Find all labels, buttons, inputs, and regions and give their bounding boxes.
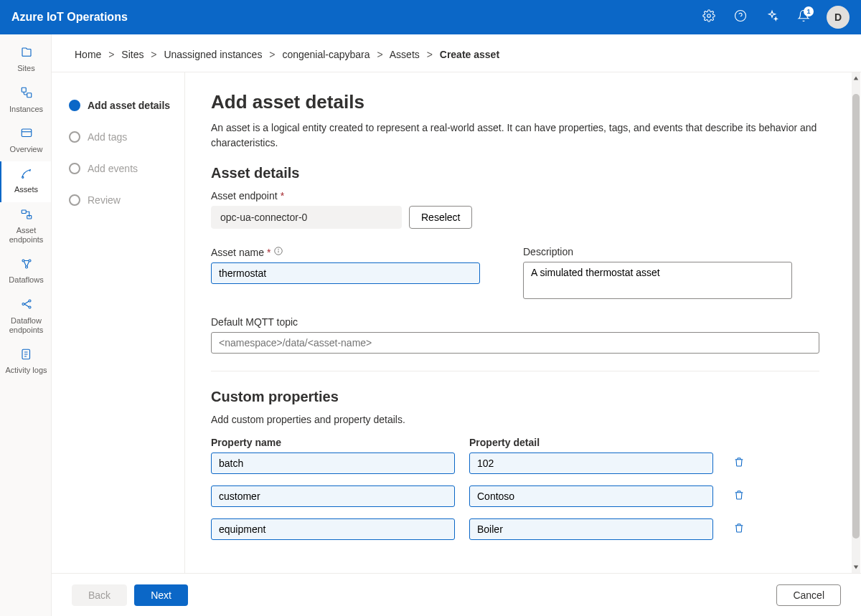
activity-logs-icon	[20, 348, 33, 366]
back-button[interactable]: Back	[72, 584, 127, 606]
property-detail-input[interactable]	[469, 518, 713, 540]
topbar-actions: 1 D	[695, 3, 850, 32]
cancel-button[interactable]: Cancel	[776, 584, 841, 606]
svg-point-14	[29, 306, 31, 308]
rail-item-activity-logs[interactable]: Activity logs	[0, 342, 51, 382]
rail-label: Activity logs	[5, 366, 47, 375]
step-indicator-icon	[69, 100, 80, 111]
description-label: Description	[523, 246, 792, 257]
rail-item-dataflows[interactable]: Dataflows	[0, 252, 51, 292]
left-rail: Sites Instances Overview Assets Asset en…	[0, 34, 52, 616]
page-title: Add asset details	[211, 91, 819, 113]
rail-label: Asset endpoints	[4, 226, 48, 245]
help-button[interactable]	[726, 3, 755, 32]
property-name-input[interactable]	[211, 518, 455, 540]
svg-point-1	[735, 11, 746, 22]
trash-icon	[733, 456, 745, 470]
section-asset-details: Asset details	[211, 165, 819, 181]
step-label: Review	[88, 194, 121, 206]
rail-label: Assets	[14, 185, 38, 194]
rail-label: Overview	[10, 145, 43, 154]
crumb-sites[interactable]: Sites	[121, 49, 144, 60]
avatar[interactable]: D	[827, 6, 850, 29]
overview-icon	[20, 127, 33, 145]
property-row	[211, 452, 819, 474]
property-detail-input[interactable]	[469, 452, 713, 474]
svg-point-6	[22, 176, 23, 178]
property-name-input[interactable]	[211, 485, 455, 507]
crumb-sep: >	[377, 49, 382, 60]
delete-property-button[interactable]	[728, 522, 751, 536]
rail-item-asset-endpoints[interactable]: Asset endpoints	[0, 202, 51, 252]
crumb-sep: >	[269, 49, 275, 60]
step-indicator-icon	[69, 194, 80, 206]
asset-name-label: Asset name *	[211, 246, 480, 258]
property-detail-input[interactable]	[469, 485, 713, 507]
top-bar: Azure IoT Operations 1 D	[0, 0, 861, 34]
crumb-sep: >	[108, 49, 114, 60]
col-property-name: Property name	[211, 437, 455, 452]
crumb-home[interactable]: Home	[75, 49, 101, 60]
crumb-sep: >	[427, 49, 433, 60]
props-rows	[211, 452, 819, 540]
sites-icon	[20, 46, 33, 64]
rail-item-assets[interactable]: Assets	[0, 161, 51, 202]
settings-button[interactable]	[695, 3, 723, 32]
reselect-button[interactable]: Reselect	[409, 206, 472, 229]
section-custom-props: Custom properties	[211, 389, 819, 405]
wizard-step-events[interactable]: Add events	[69, 153, 176, 184]
required-mark: *	[267, 247, 270, 258]
svg-point-18	[278, 249, 279, 250]
step-indicator-icon	[69, 131, 80, 143]
wizard-step-details[interactable]: Add asset details	[69, 90, 176, 121]
svg-point-12	[22, 303, 24, 305]
property-row	[211, 518, 819, 540]
delete-property-button[interactable]	[728, 489, 751, 503]
svg-rect-5	[22, 129, 32, 137]
asset-endpoints-icon	[20, 208, 33, 226]
svg-rect-7	[22, 210, 26, 214]
wizard-steps: Add asset details Add tags Add events Re…	[52, 72, 185, 573]
wizard-step-review[interactable]: Review	[69, 184, 176, 216]
breadcrumb: Home > Sites > Unassigned instances > co…	[52, 34, 861, 72]
info-icon[interactable]	[273, 246, 283, 258]
property-name-input[interactable]	[211, 452, 455, 474]
endpoint-value: opc-ua-connector-0	[211, 206, 402, 229]
sparkle-icon	[766, 9, 778, 25]
rail-label: Instances	[9, 105, 43, 114]
trash-icon	[733, 522, 745, 536]
asset-name-input[interactable]	[211, 262, 480, 284]
rail-item-dataflow-endpoints[interactable]: Dataflow endpoints	[0, 292, 51, 342]
rail-label: Dataflow endpoints	[4, 316, 48, 335]
rail-label: Sites	[17, 64, 34, 73]
rail-item-sites[interactable]: Sites	[0, 40, 51, 80]
rail-item-instances[interactable]: Instances	[0, 80, 51, 120]
mqtt-label: Default MQTT topic	[211, 316, 819, 328]
crumb-current: Create asset	[440, 49, 499, 60]
step-indicator-icon	[69, 163, 80, 174]
props-header: Property name Property detail	[211, 437, 819, 452]
endpoint-field-label: Asset endpoint *	[211, 190, 819, 202]
next-button[interactable]: Next	[134, 584, 188, 606]
crumb-unassigned[interactable]: Unassigned instances	[164, 49, 262, 60]
delete-property-button[interactable]	[728, 456, 751, 470]
crumb-instance[interactable]: congenial-capybara	[282, 49, 370, 60]
feedback-button[interactable]	[758, 3, 786, 32]
mqtt-topic-input[interactable]	[211, 332, 819, 354]
page-intro: An asset is a logical entity created to …	[211, 120, 819, 151]
crumb-assets[interactable]: Assets	[390, 49, 420, 60]
notifications-button[interactable]: 1	[789, 3, 818, 32]
rail-label: Dataflows	[9, 275, 43, 285]
rail-item-overview[interactable]: Overview	[0, 121, 51, 161]
scrollbar[interactable]	[852, 72, 860, 573]
trash-icon	[733, 489, 745, 503]
step-label: Add asset details	[88, 100, 170, 111]
dataflows-icon	[20, 257, 33, 275]
description-input[interactable]	[523, 262, 792, 299]
content-row: Add asset details Add tags Add events Re…	[52, 72, 861, 573]
crumb-sep: >	[151, 49, 156, 60]
wizard-step-tags[interactable]: Add tags	[69, 121, 176, 153]
svg-point-10	[29, 260, 31, 262]
property-row	[211, 485, 819, 507]
step-label: Add tags	[88, 131, 127, 143]
